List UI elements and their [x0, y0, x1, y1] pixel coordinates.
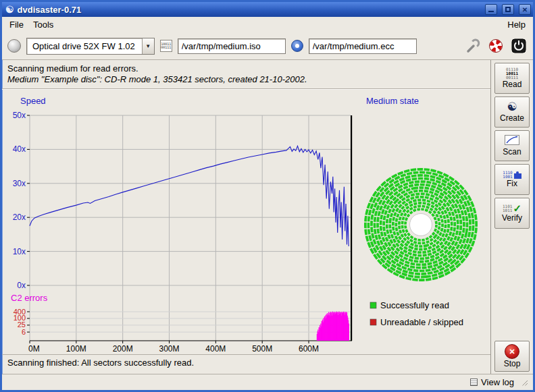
close-button[interactable]: ✕	[519, 4, 531, 15]
quit-button[interactable]	[510, 37, 528, 55]
main-area: Scanning medium for read errors. Medium …	[2, 60, 491, 374]
body: Scanning medium for read errors. Medium …	[2, 60, 533, 374]
status-block: Scanning medium for read errors. Medium …	[2, 60, 490, 87]
close-icon: ✕	[522, 6, 528, 13]
scan-chart-icon	[505, 135, 519, 147]
create-button[interactable]: ☯ Create	[494, 96, 530, 128]
maximize-icon	[505, 7, 511, 12]
svg-text:C2 errors: C2 errors	[11, 293, 48, 303]
ecc-path-input[interactable]	[309, 38, 417, 54]
read-label: Read	[503, 80, 522, 89]
log-bar: View log	[2, 374, 533, 390]
help-button[interactable]	[487, 37, 505, 55]
binary-read-icon: 011101001100111	[506, 67, 518, 80]
svg-text:30x: 30x	[13, 179, 26, 188]
menu-help[interactable]: Help	[503, 18, 530, 31]
view-log-button[interactable]: View log	[467, 376, 517, 388]
svg-text:600M: 600M	[299, 344, 319, 354]
power-icon	[511, 38, 526, 53]
menu-tools[interactable]: Tools	[28, 18, 58, 31]
window-title: dvdisaster-0.71	[18, 5, 480, 15]
svg-text:50x: 50x	[13, 111, 26, 120]
svg-text:6: 6	[22, 328, 26, 336]
create-label: Create	[500, 114, 524, 123]
minimize-icon	[488, 7, 494, 12]
puzzle-icon: 11101001	[503, 171, 521, 179]
app-window: ☯ dvdisaster-0.71 ✕ File Tools Help Opti…	[0, 0, 535, 392]
preferences-button[interactable]	[464, 37, 482, 55]
dropdown-arrow-icon: ▼	[142, 38, 154, 54]
app-yinyang-icon: ☯	[5, 5, 14, 14]
scan-status: Scanning finished: All sectors successfu…	[2, 354, 490, 374]
drive-select-value: Optical drive 52X FW 1.02	[27, 38, 142, 54]
stop-button[interactable]: ✕ Stop	[494, 341, 530, 372]
scan-label: Scan	[503, 148, 521, 157]
resize-grip-icon[interactable]	[521, 379, 528, 386]
minimize-button[interactable]	[485, 4, 497, 15]
yin-yang-icon: ☯	[507, 101, 517, 113]
svg-text:Unreadable / skipped: Unreadable / skipped	[380, 317, 463, 327]
view-log-label: View log	[481, 377, 514, 387]
check-icon: 11011011 ✓	[503, 204, 521, 213]
svg-text:300M: 300M	[159, 344, 180, 354]
charts-svg: 0M100M200M300M400M500M600M0x10x20x30x40x…	[3, 90, 484, 354]
stop-label: Stop	[504, 360, 521, 368]
svg-text:Successfully read: Successfully read	[380, 300, 449, 310]
iso-bits-line2: 00111	[161, 46, 171, 49]
lifebuoy-icon	[488, 38, 503, 53]
sidebar: 011101001100111 Read ☯ Create Scan	[491, 60, 533, 374]
svg-text:40x: 40x	[13, 144, 26, 154]
drive-status-icon	[7, 39, 21, 53]
menu-file[interactable]: File	[5, 18, 28, 31]
read-button[interactable]: 011101001100111 Read	[494, 63, 530, 94]
titlebar[interactable]: ☯ dvdisaster-0.71 ✕	[2, 2, 533, 17]
status-line1: Scanning medium for read errors.	[7, 63, 485, 74]
svg-text:Medium state: Medium state	[366, 96, 419, 106]
log-icon	[470, 379, 478, 386]
verify-label: Verify	[502, 214, 522, 223]
svg-text:10x: 10x	[13, 247, 26, 256]
status-line2: Medium "Example disc": CD-R mode 1, 3534…	[7, 74, 485, 85]
iso-path-input[interactable]	[178, 38, 286, 54]
scan-button[interactable]: Scan	[494, 130, 530, 161]
fix-label: Fix	[507, 179, 517, 188]
svg-text:Speed: Speed	[20, 96, 46, 106]
svg-text:400M: 400M	[205, 344, 226, 354]
menubar: File Tools Help	[2, 17, 533, 32]
toolbar: Optical drive 52X FW 1.02 ▼ 10011 00111	[2, 32, 533, 60]
iso-file-icon: 10011 00111	[160, 40, 172, 52]
maximize-button[interactable]	[502, 4, 514, 15]
verify-button[interactable]: 11011011 ✓ Verify	[494, 198, 530, 229]
stop-icon: ✕	[505, 344, 519, 359]
svg-text:20x: 20x	[13, 213, 26, 222]
svg-text:500M: 500M	[252, 344, 272, 354]
svg-text:100M: 100M	[66, 344, 86, 354]
wrench-icon	[465, 38, 480, 53]
fix-button[interactable]: 11101001 Fix	[494, 164, 530, 195]
drive-select[interactable]: Optical drive 52X FW 1.02 ▼	[26, 38, 155, 55]
svg-text:0x: 0x	[17, 281, 26, 290]
svg-text:200M: 200M	[113, 344, 133, 354]
svg-text:0M: 0M	[28, 344, 40, 354]
ecc-file-icon	[291, 40, 303, 52]
